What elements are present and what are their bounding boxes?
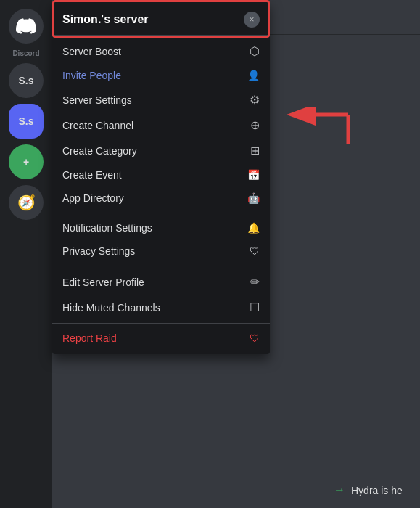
menu-header: Simon.'s server ×	[52, 4, 270, 36]
menu-item-hide-muted-channels[interactable]: Hide Muted Channels ☐	[52, 295, 270, 320]
chat-message: Hydra is he	[351, 485, 403, 496]
divider-2	[52, 266, 270, 266]
context-menu: Simon.'s server × Server Boost ⬡ Invite …	[52, 0, 270, 354]
menu-item-create-event[interactable]: Create Event 📅	[52, 163, 270, 187]
menu-item-notification-settings[interactable]: Notification Settings 🔔	[52, 216, 270, 239]
menu-title: Simon.'s server	[62, 13, 149, 26]
boost-icon: ⬡	[250, 44, 260, 58]
create-event-icon: 📅	[247, 169, 260, 181]
menu-item-privacy-settings[interactable]: Privacy Settings 🛡	[52, 239, 270, 263]
menu-item-server-boost[interactable]: Server Boost ⬡	[52, 38, 270, 64]
menu-item-label: Invite People	[62, 70, 121, 81]
menu-item-create-channel[interactable]: Create Channel ⊕	[52, 112, 270, 138]
menu-item-server-settings[interactable]: Server Settings ⚙	[52, 87, 270, 112]
menu-item-label: Hide Muted Channels	[62, 302, 160, 314]
sidebar-item-ss1[interactable]: S.s	[9, 63, 44, 98]
menu-item-label: Privacy Settings	[62, 245, 135, 257]
menu-close-button[interactable]: ×	[244, 12, 260, 28]
divider-3	[52, 323, 270, 324]
chat-area: → Hydra is he	[322, 35, 420, 508]
menu-item-label: App Directory	[62, 192, 124, 204]
menu-item-invite-people[interactable]: Invite People 👤	[52, 64, 270, 87]
menu-item-label: Create Event	[62, 169, 122, 181]
menu-item-create-category[interactable]: Create Category ⊞	[52, 138, 270, 163]
sidebar-item-ss2[interactable]: S.s	[9, 104, 44, 139]
menu-item-label: Edit Server Profile	[62, 276, 144, 288]
report-raid-icon: 🛡	[250, 332, 260, 344]
menu-item-report-raid[interactable]: Report Raid 🛡	[52, 327, 270, 350]
menu-item-label: Server Settings	[62, 94, 132, 106]
app-directory-icon: 🤖	[247, 192, 260, 204]
chat-arrow-icon: →	[334, 483, 345, 496]
sidebar: Discord S.s S.s + 🧭	[0, 0, 52, 508]
divider-1	[52, 213, 270, 213]
menu-item-label: Notification Settings	[62, 222, 152, 234]
sidebar-item-add[interactable]: +	[9, 144, 44, 179]
sidebar-item-explore[interactable]: 🧭	[9, 185, 44, 220]
settings-icon: ⚙	[250, 93, 260, 107]
menu-item-label: Create Category	[62, 145, 137, 157]
create-category-icon: ⊞	[250, 144, 260, 157]
discord-label: Discord	[12, 49, 39, 57]
invite-icon: 👤	[247, 70, 260, 81]
menu-item-label: Report Raid	[62, 332, 117, 344]
discord-logo[interactable]	[9, 9, 44, 44]
privacy-icon: 🛡	[250, 245, 260, 257]
notification-icon: 🔔	[247, 222, 260, 234]
create-channel-icon: ⊕	[250, 118, 260, 132]
edit-icon: ✏	[250, 275, 260, 289]
menu-item-app-directory[interactable]: App Directory 🤖	[52, 187, 270, 210]
menu-item-label: Server Boost	[62, 46, 121, 57]
menu-item-edit-server-profile[interactable]: Edit Server Profile ✏	[52, 269, 270, 295]
hide-muted-icon: ☐	[250, 300, 260, 314]
menu-item-label: Create Channel	[62, 120, 133, 131]
